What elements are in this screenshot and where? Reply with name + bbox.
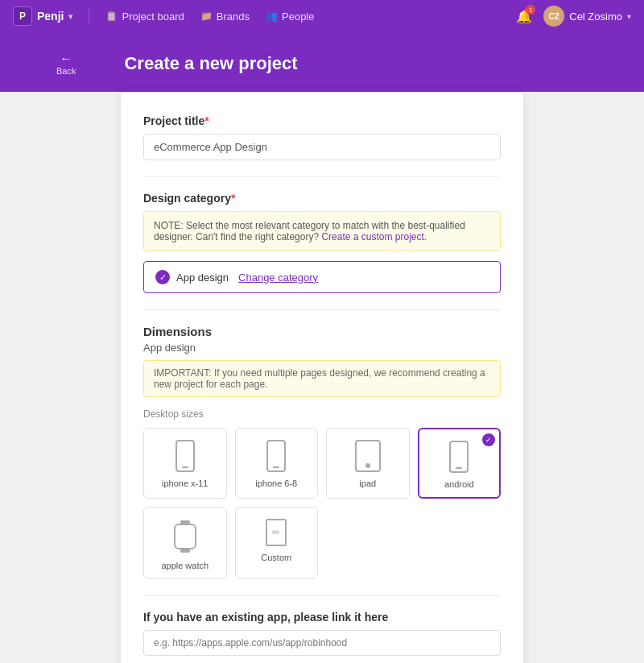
device-label-apple-watch: apple watch [161,561,208,570]
device-label-custom: Custom [261,553,291,562]
apple-watch-icon [174,519,196,554]
device-grid-row2: apple watch Custom [143,507,501,579]
android-icon [449,441,469,473]
project-title-input[interactable] [143,134,501,160]
device-label-iphone-x11: iphone x-11 [162,479,208,488]
existing-app-input[interactable] [143,630,501,656]
user-menu[interactable]: CZ Cel Zosimo ▾ [543,6,631,27]
selected-category-row: ✓ App design Change category [143,261,501,293]
back-button[interactable]: ← Back [56,52,76,76]
custom-icon [266,519,287,546]
design-category-section: Design category* NOTE: Select the most r… [143,192,501,293]
device-custom[interactable]: Custom [235,507,319,579]
app-design-sub: App design [143,342,501,354]
chevron-down-icon: ▾ [68,12,72,21]
android-selected-badge: ✓ [482,433,495,446]
required-star-2: * [231,192,235,205]
navbar-right: 🔔 1 CZ Cel Zosimo ▾ [514,6,631,27]
divider-3 [143,595,501,596]
user-name: Cel Zosimo [569,10,622,23]
ipad-icon [355,440,381,472]
avatar: CZ [543,6,564,27]
check-icon: ✓ [155,270,170,284]
project-title-label: Project title* [143,114,501,127]
nav-separator [89,8,89,24]
page-title: Create a new project [124,50,297,74]
nav-label-brands: Brands [217,10,250,23]
empty-cell-2 [418,507,502,579]
device-android[interactable]: ✓ android [418,428,502,499]
brands-icon: 📁 [200,10,213,22]
design-category-label: Design category* [143,192,501,205]
brand[interactable]: P Penji ▾ [13,6,72,26]
notification-button[interactable]: 🔔 1 [514,6,534,26]
project-title-section: Project title* [143,114,501,160]
nav-label-project-board: Project board [122,10,184,23]
note-box: NOTE: Select the most relevant category … [143,211,501,251]
iphone-x11-icon [175,440,195,472]
device-label-iphone-68: iphone 6-8 [255,479,297,488]
notification-badge: 1 [526,5,535,15]
project-board-icon: 📋 [105,10,118,22]
device-apple-watch[interactable]: apple watch [143,507,227,579]
main-card: Project title* Design category* NOTE: Se… [121,92,523,663]
nav-item-project-board[interactable]: 📋 Project board [105,10,184,23]
empty-cell-1 [326,507,410,579]
brand-name: Penji [37,10,64,23]
brand-icon: P [13,6,32,26]
page-background: Project title* Design category* NOTE: Se… [0,92,644,663]
desktop-sizes-label: Desktop sizes [143,408,501,420]
device-grid-row1: iphone x-11 iphone 6-8 ipad [143,428,501,499]
dimensions-section: Dimensions App design IMPORTANT: If you … [143,325,501,579]
important-box: IMPORTANT: If you need multiple pages de… [143,360,501,397]
divider-1 [143,176,501,177]
nav-item-brands[interactable]: 📁 Brands [200,10,250,23]
existing-app-label: If you have an existing app, please link… [143,611,501,624]
custom-project-link[interactable]: Create a custom project. [321,231,427,242]
required-star: * [204,114,208,127]
people-icon: 👥 [266,10,278,22]
nav-item-people[interactable]: 👥 People [266,10,314,23]
device-ipad[interactable]: ipad [326,428,410,499]
category-name: App design [176,271,229,284]
device-label-ipad: ipad [359,479,376,488]
device-iphone-6-8[interactable]: iphone 6-8 [235,428,319,499]
user-chevron-icon: ▾ [627,12,631,21]
dimensions-title: Dimensions [143,325,501,338]
divider-2 [143,309,501,310]
back-arrow-icon: ← [60,52,72,66]
change-category-link[interactable]: Change category [238,271,318,284]
back-label: Back [56,66,76,76]
nav-label-people: People [282,10,314,23]
device-iphone-x-11[interactable]: iphone x-11 [143,428,227,499]
existing-app-section: If you have an existing app, please link… [143,611,501,656]
device-label-android: android [444,479,474,489]
iphone-68-icon [266,440,286,472]
navbar: P Penji ▾ 📋 Project board 📁 Brands 👥 Peo… [0,0,644,32]
